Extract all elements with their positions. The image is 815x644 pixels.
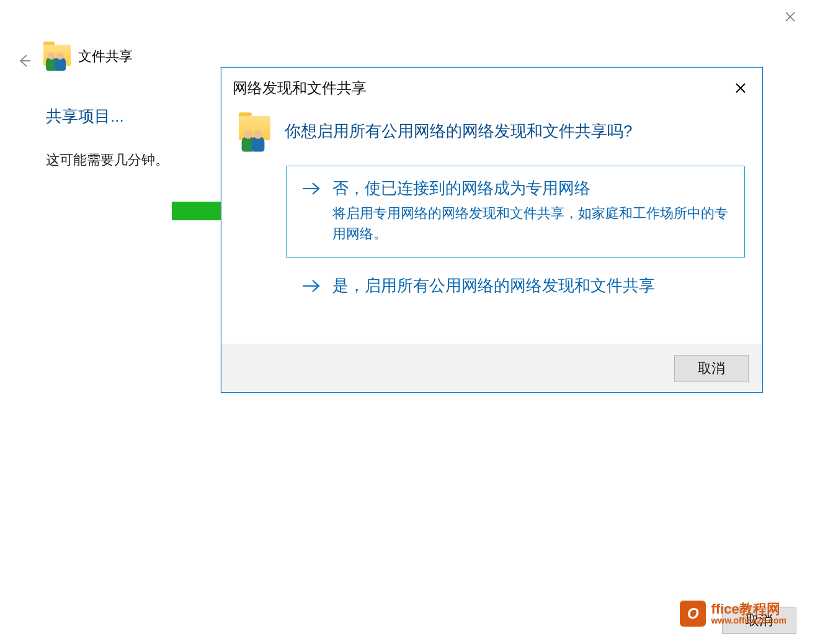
progress-fill [172, 202, 228, 220]
dialog-body: 你想启用所有公用网络的网络发现和文件共享吗? 否，使已连接到的网络成为专用网络 … [221, 109, 762, 344]
file-sharing-window: 文件共享 共享项目... 这可能需要几分钟。 网络发现和文件共享 你想启用所有公… [0, 0, 815, 644]
dialog-footer: 取消 [221, 344, 762, 392]
arrow-right-icon [301, 275, 321, 296]
window-title: 文件共享 [78, 47, 133, 66]
arrow-right-icon [301, 177, 321, 199]
option-title: 是，启用所有公用网络的网络发现和文件共享 [332, 275, 729, 297]
dialog-close-button[interactable] [730, 78, 751, 99]
option-enable-public-sharing[interactable]: 是，启用所有公用网络的网络发现和文件共享 [286, 263, 745, 315]
dialog-titlebar: 网络发现和文件共享 [221, 68, 762, 109]
option-desc: 将启用专用网络的网络发现和文件共享，如家庭和工作场所中的专用网络。 [332, 203, 729, 244]
file-sharing-icon [43, 45, 71, 68]
window-header: 文件共享 [43, 45, 133, 68]
close-icon [785, 11, 796, 22]
outer-footer: 取消 [722, 607, 796, 634]
outer-close-button[interactable] [778, 7, 803, 26]
dialog-question-row: 你想启用所有公用网络的网络发现和文件共享吗? [239, 116, 745, 145]
dialog-cancel-button[interactable]: 取消 [674, 355, 749, 382]
outer-cancel-button[interactable]: 取消 [722, 607, 796, 634]
option-title: 否，使已连接到的网络成为专用网络 [332, 177, 729, 199]
dialog-question: 你想启用所有公用网络的网络发现和文件共享吗? [285, 116, 632, 142]
option-make-private-network[interactable]: 否，使已连接到的网络成为专用网络 将启用专用网络的网络发现和文件共享，如家庭和工… [286, 166, 745, 258]
network-discovery-dialog: 网络发现和文件共享 你想启用所有公用网络的网络发现和文件共享吗? [221, 67, 763, 393]
dialog-title: 网络发现和文件共享 [233, 78, 367, 98]
back-arrow-icon [16, 53, 32, 69]
dialog-options: 否，使已连接到的网络成为专用网络 将启用专用网络的网络发现和文件共享，如家庭和工… [286, 166, 745, 315]
close-icon [735, 83, 746, 94]
file-sharing-icon [239, 116, 276, 149]
watermark-badge: O [680, 601, 706, 627]
back-button[interactable] [12, 50, 35, 72]
